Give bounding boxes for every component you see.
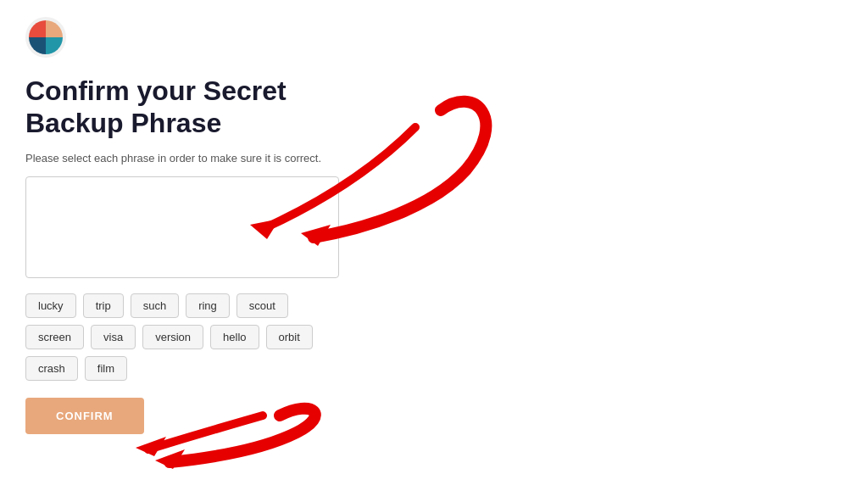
word-chip-hello[interactable]: hello (210, 325, 259, 349)
word-chip-visa[interactable]: visa (91, 325, 136, 349)
metamask-logo (25, 17, 66, 58)
svg-marker-4 (155, 449, 185, 469)
word-chip-film[interactable]: film (85, 356, 127, 381)
word-chip-lucky[interactable]: lucky (25, 293, 76, 318)
word-chip-version[interactable]: version (142, 325, 203, 349)
svg-marker-2 (136, 437, 166, 456)
word-chip-crash[interactable]: crash (25, 356, 78, 381)
word-chip-trip[interactable]: trip (83, 293, 124, 318)
phrase-input-box[interactable] (25, 176, 339, 278)
logo-container (25, 17, 843, 61)
word-chips-container: lucky trip such ring scout screen visa v… (25, 293, 843, 381)
word-chip-ring[interactable]: ring (186, 293, 230, 318)
big-arrow-lower (155, 409, 315, 469)
word-row-3: crash film (25, 356, 843, 381)
word-row-2: screen visa version hello orbit (25, 325, 843, 349)
word-chip-orbit[interactable]: orbit (266, 325, 313, 349)
subtitle-text: Please select each phrase in order to ma… (25, 152, 843, 165)
word-chip-screen[interactable]: screen (25, 325, 84, 349)
confirm-button[interactable]: CONFIRM (25, 398, 144, 434)
word-chip-such[interactable]: such (131, 293, 179, 318)
page-title: Confirm your Secret Backup Phrase (25, 75, 843, 140)
word-row-1: lucky trip such ring scout (25, 293, 843, 318)
word-chip-scout[interactable]: scout (236, 293, 288, 318)
arrow-to-confirm (136, 416, 263, 456)
